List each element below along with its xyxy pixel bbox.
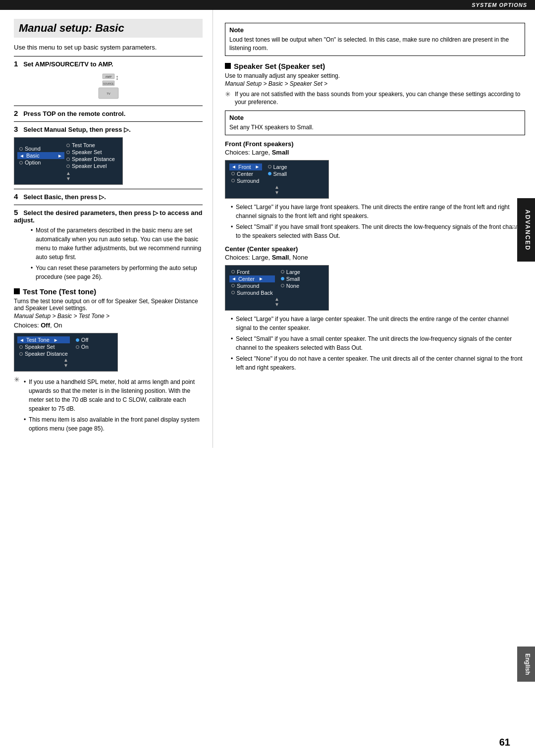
header-bar: SYSTEM OPTIONS (0, 0, 535, 10)
front-menu-center: Center (229, 170, 262, 177)
device-icon-area: AMP SOURCE ↕ TV (14, 72, 203, 102)
step-4: 4 Select Basic, then press ▷. (14, 189, 203, 201)
menu-tt-tone: ◄ Test Tone ► (17, 336, 70, 343)
speaker-set-section: Speaker Set (Speaker set) Use to manuall… (225, 62, 525, 372)
step-4-title: 4 Select Basic, then press ▷. (14, 192, 203, 201)
center-menu-small: Small (279, 275, 302, 282)
test-tone-path: Manual Setup > Basic > Test Tone > (14, 313, 203, 320)
speaker-set-tip: ✳ If you are not satisfied with the bass… (225, 90, 525, 107)
center-menu-center: ◄ Center ► (229, 275, 275, 282)
tip-icon-2: ✳ (225, 90, 231, 98)
step-3-title: 3 Select Manual Setup, then press ▷. (14, 125, 203, 133)
tip-1: If you use a handheld SPL meter, hold at… (24, 378, 203, 413)
advanced-operation-tab: ADVANCED OPERATION (517, 198, 535, 262)
menu-basic: ◄ Basic ► (17, 152, 64, 159)
test-tone-section: Test Tone (Test tone) Turns the test ton… (14, 287, 203, 435)
svg-text:AMP: AMP (105, 75, 111, 78)
page-content: Manual setup: Basic Use this menu to set… (0, 10, 535, 448)
note-box-top: Note Loud test tones will be output when… (225, 23, 525, 56)
header-label: SYSTEM OPTIONS (472, 2, 527, 8)
step-5-bullets: Most of the parameters described in the … (20, 226, 203, 281)
svg-text:TV: TV (107, 92, 110, 95)
step-3: 3 Select Manual Setup, then press ▷. Sou… (14, 121, 203, 185)
menu-speaker-level: Speaker Level (64, 162, 119, 169)
step-5-bullet-1: Most of the parameters described in the … (31, 226, 203, 262)
english-tab: English (517, 647, 535, 682)
center-bullet-3: Select "None" if you do not have a cente… (231, 354, 525, 372)
menu-box-1: Sound ◄ Basic ► Option (14, 137, 123, 185)
front-menu-box: ◄ Front ► Center Surround (225, 160, 329, 199)
step-5: 5 Select the desired parameters, then pr… (14, 205, 203, 281)
left-column: Manual setup: Basic Use this menu to set… (0, 10, 213, 448)
intro-text: Use this menu to set up basic system par… (14, 44, 203, 51)
step-2-title: 2 Press TOP on the remote control. (14, 109, 203, 117)
front-choices: Choices: Large, Small (225, 149, 525, 156)
menu-tt-off: Off (74, 336, 91, 343)
svg-text:↕: ↕ (115, 73, 119, 81)
front-bullets: Select "Large" if you have large front s… (231, 203, 525, 240)
speaker-set-heading: Speaker Set (Speaker set) (225, 62, 525, 70)
test-tone-choices: Choices: Off, On (14, 322, 203, 329)
tip-icon-1: ✳ (14, 376, 20, 383)
center-choices: Choices: Large, Small, None (225, 254, 525, 261)
front-menu-large: Large (266, 163, 289, 170)
center-bullet-2: Select "Small" if you have a small cente… (231, 334, 525, 352)
menu-speaker-set: Speaker Set (64, 149, 119, 156)
center-menu-large: Large (279, 269, 302, 275)
front-bullet-2: Select "Small" if you have small front s… (231, 222, 525, 240)
center-bullets: Select "Large" if you have a large cente… (231, 315, 525, 372)
right-column: Note Loud test tones will be output when… (213, 10, 535, 448)
speaker-set-path: Manual Setup > Basic > Speaker Set > (225, 80, 525, 87)
center-heading: Center (Center speaker) (225, 245, 525, 253)
test-tone-menu-box: ◄ Test Tone ► Speaker Set Speaker Distan… (14, 333, 118, 372)
page-title: Manual setup: Basic (14, 19, 203, 38)
menu-speaker-distance: Speaker Distance (64, 156, 119, 162)
tip-2: This menu item is also available in the … (24, 415, 203, 433)
center-bullet-1: Select "Large" if you have a large cente… (231, 315, 525, 332)
menu-option: Option (17, 159, 64, 166)
front-bullet-1: Select "Large" if you have large front s… (231, 203, 525, 220)
center-menu-none: None (279, 282, 302, 289)
center-menu-box: Front ◄ Center ► Surround (225, 265, 329, 311)
page-number: 61 (499, 737, 510, 748)
center-menu-surround-back: Surround Back (229, 289, 275, 296)
step-5-bullet-2: You can reset these parameters by perfor… (31, 264, 203, 281)
menu-tt-speaker-dist: Speaker Distance (17, 350, 70, 357)
front-heading: Front (Front speakers) (225, 140, 525, 148)
test-tone-heading: Test Tone (Test tone) (14, 287, 203, 296)
menu-test-tone: Test Tone (64, 142, 119, 149)
step-1-title: 1 Set AMP/SOURCE/TV to AMP. (14, 59, 203, 68)
test-tone-desc: Turns the test tone output on or off for… (14, 298, 203, 312)
front-menu-surround: Surround (229, 177, 262, 184)
svg-text:SOURCE: SOURCE (103, 82, 114, 85)
step-1: 1 Set AMP/SOURCE/TV to AMP. AMP SOURCE ↕… (14, 56, 203, 102)
device-icon: AMP SOURCE ↕ TV (89, 72, 128, 102)
speaker-set-desc: Use to manually adjust any speaker setti… (225, 72, 525, 79)
center-menu-surround: Surround (229, 282, 275, 289)
tip-row-1: ✳ If you use a handheld SPL meter, hold … (14, 376, 203, 435)
front-menu-small: Small (266, 170, 289, 177)
menu-tt-on: On (74, 343, 91, 350)
note-box-2: Note Set any THX speakers to Small. (225, 110, 525, 135)
front-menu-front: ◄ Front ► (229, 163, 262, 170)
menu-tt-speaker-set: Speaker Set (17, 343, 70, 350)
step-2: 2 Press TOP on the remote control. (14, 106, 203, 117)
step-5-title: 5 Select the desired parameters, then pr… (14, 208, 203, 224)
menu-sound: Sound (17, 145, 64, 152)
center-menu-front: Front (229, 269, 275, 275)
